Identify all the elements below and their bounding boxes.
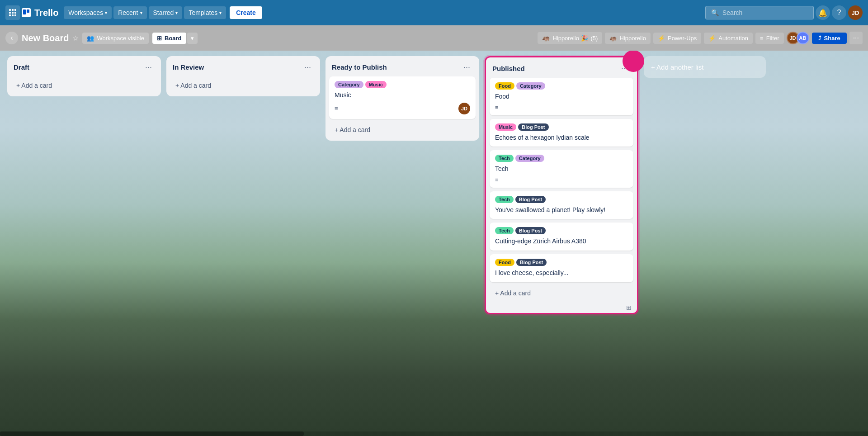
card-title-pub-3: Tech <box>495 165 628 174</box>
card-title-rtp-1: Music <box>335 91 470 100</box>
list-title-published: Published <box>492 65 618 72</box>
label-blog-post: Blog Post <box>518 123 548 131</box>
card-title-pub-4: You've swallowed a planet! Play slowly! <box>495 206 628 215</box>
card-title-pub-6: I love cheese, especially... <box>495 269 628 278</box>
more-options-button[interactable]: ··· <box>849 32 863 44</box>
list-body-published: FoodCategoryFood≡⊞MusicBlog PostEchoes o… <box>486 78 637 313</box>
filter-button[interactable]: ≡ Filter <box>755 33 783 44</box>
hipporello-icon: 🦛 <box>609 35 617 42</box>
create-button[interactable]: Create <box>230 6 262 19</box>
horizontal-scrollbar[interactable] <box>0 431 868 436</box>
card-title-pub-1: Food <box>495 92 628 101</box>
star-icon: ☆ <box>72 34 79 42</box>
label-music: Music <box>365 81 387 88</box>
list-title-in-review: In Review <box>173 63 302 71</box>
workspace-visible-button[interactable]: 👥 Workspace visible <box>82 33 149 44</box>
board-nav: ‹ New Board ☆ 👥 Workspace visible ⊞ Boar… <box>0 25 868 51</box>
list-ready-to-publish: Ready to Publish···CategoryMusicMusic≡JD… <box>326 56 479 141</box>
card-footer-pub-1: ≡ <box>495 104 628 111</box>
starred-chevron: ▾ <box>175 10 178 15</box>
svg-rect-2 <box>27 9 29 13</box>
svg-rect-1 <box>23 9 26 14</box>
help-button[interactable]: ? <box>832 5 846 20</box>
card-pub-5[interactable]: TechBlog PostCutting-edge Zürich Airbus … <box>490 223 633 251</box>
templates-button[interactable]: Templates ▾ <box>184 6 226 19</box>
label-category: Category <box>515 155 544 162</box>
user-avatar[interactable]: JD <box>848 5 863 20</box>
card-pub-1[interactable]: FoodCategoryFood≡⊞ <box>490 78 633 115</box>
label-blog-post: Blog Post <box>515 196 546 203</box>
automation-icon: ⚡ <box>708 35 716 42</box>
add-card-button-ready-to-publish[interactable]: + Add a card <box>329 123 476 137</box>
board-view-icon: ⊞ <box>157 35 162 42</box>
card-labels-pub-4: TechBlog Post <box>495 196 628 203</box>
card-labels-rtp-1: CategoryMusic <box>335 81 470 88</box>
card-pub-3[interactable]: TechCategoryTech≡⊞ <box>490 150 633 188</box>
card-title-pub-2: Echoes of a hexagon lydian scale <box>495 133 628 142</box>
label-tech: Tech <box>495 227 514 234</box>
card-rtp-1[interactable]: CategoryMusicMusic≡JD⊞ <box>329 76 476 119</box>
list-copy-icon: ⊞ <box>626 304 632 311</box>
card-pub-2[interactable]: MusicBlog PostEchoes of a hexagon lydian… <box>490 119 633 147</box>
card-labels-pub-3: TechCategory <box>495 155 628 162</box>
recent-button[interactable]: Recent ▾ <box>113 6 146 19</box>
card-labels-pub-5: TechBlog Post <box>495 227 628 234</box>
card-pub-4[interactable]: TechBlog PostYou've swallowed a planet! … <box>490 191 633 219</box>
board-view-chevron-button[interactable]: ▾ <box>187 33 198 44</box>
list-menu-button-draft[interactable]: ··· <box>142 62 155 73</box>
card-footer-pub-3: ≡ <box>495 176 628 183</box>
share-button[interactable]: ⤴ Share <box>812 33 847 44</box>
card-labels-pub-2: MusicBlog Post <box>495 123 628 131</box>
board-nav-right: 🦛 Hipporello 🎉 (5) 🦛 Hipporello ⚡ Power-… <box>538 32 863 44</box>
description-icon: ≡ <box>335 105 338 112</box>
add-list-button[interactable]: + Add another list <box>644 56 766 78</box>
search-icon: 🔍 <box>711 9 719 16</box>
list-body-in-review: + Add a card <box>166 76 320 96</box>
add-card-button-in-review[interactable]: + Add a card <box>170 78 316 93</box>
grid-menu-button[interactable] <box>5 5 20 20</box>
list-header-published: Published··· <box>486 57 637 78</box>
hipporello-party-icon: 🦛 <box>542 34 550 42</box>
add-card-button-draft[interactable]: + Add a card <box>11 78 157 93</box>
hipporello-party-button[interactable]: 🦛 Hipporello 🎉 (5) <box>538 32 602 44</box>
board-back-button[interactable]: ‹ <box>5 32 18 44</box>
hipporello-button[interactable]: 🦛 Hipporello <box>605 33 651 44</box>
description-icon: ≡ <box>495 104 499 111</box>
list-header-draft: Draft··· <box>7 56 161 76</box>
list-in-review: In Review···+ Add a card <box>166 56 320 96</box>
label-food: Food <box>495 259 514 266</box>
workspaces-button[interactable]: Workspaces ▾ <box>64 6 112 19</box>
list-header-in-review: In Review··· <box>166 56 320 76</box>
recent-chevron: ▾ <box>140 10 142 15</box>
list-published: Published···FoodCategoryFood≡⊞MusicBlog … <box>485 56 638 314</box>
grid-icon <box>9 9 16 16</box>
power-ups-button[interactable]: ⚡ Power-Ups <box>653 33 701 44</box>
trello-logo-icon <box>22 8 31 17</box>
list-menu-button-published[interactable]: ··· <box>618 63 631 74</box>
board-view-group: ⊞ Board ▾ <box>152 33 198 44</box>
card-icons-pub-1: ≡ <box>495 104 499 111</box>
card-title-pub-5: Cutting-edge Zürich Airbus A380 <box>495 237 628 246</box>
description-icon: ≡ <box>495 176 499 183</box>
notifications-button[interactable]: 🔔 <box>816 5 830 20</box>
help-icon: ? <box>837 9 841 17</box>
search-input[interactable] <box>722 9 808 16</box>
automation-button[interactable]: ⚡ Automation <box>704 33 753 44</box>
label-food: Food <box>495 82 514 90</box>
list-menu-button-ready-to-publish[interactable]: ··· <box>461 62 473 73</box>
list-header-ready-to-publish: Ready to Publish··· <box>326 56 479 76</box>
workspaces-chevron: ▾ <box>105 10 107 15</box>
card-labels-pub-6: FoodBlog Post <box>495 259 628 266</box>
list-menu-button-in-review[interactable]: ··· <box>302 62 314 73</box>
bell-icon: 🔔 <box>818 9 827 17</box>
starred-button[interactable]: Starred ▾ <box>149 6 183 19</box>
label-category: Category <box>516 82 545 90</box>
member-avatar-2[interactable]: AB <box>797 32 809 44</box>
board-view-button[interactable]: ⊞ Board <box>152 33 186 44</box>
search-box[interactable]: 🔍 <box>705 6 814 19</box>
card-pub-6[interactable]: FoodBlog PostI love cheese, especially..… <box>490 254 633 282</box>
board-members: JD AB <box>787 32 809 44</box>
back-icon: ‹ <box>10 34 13 42</box>
star-button[interactable]: ☆ <box>72 34 79 43</box>
add-card-button-published[interactable]: + Add a card <box>490 286 633 300</box>
